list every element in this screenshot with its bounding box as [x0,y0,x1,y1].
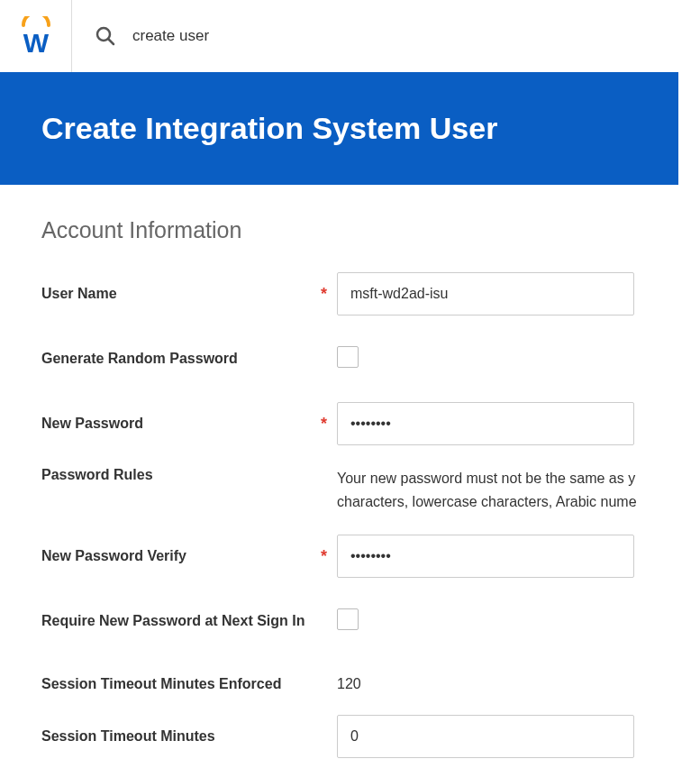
row-new-password-verify: New Password Verify * [41,533,700,580]
required-mark: * [321,415,337,434]
form-content: Account Information User Name * Generate… [0,185,700,759]
label-timeout-enforced: Session Timeout Minutes Enforced [41,676,321,692]
new-password-input[interactable] [337,402,634,445]
label-generate-random-password: Generate Random Password [41,351,321,367]
timeout-minutes-input[interactable] [337,715,634,758]
svg-line-2 [108,39,114,44]
row-timeout-minutes: Session Timeout Minutes [41,713,700,759]
search-area[interactable]: create user [72,25,209,47]
label-new-password: New Password [41,416,321,432]
search-icon [95,25,116,47]
page-banner: Create Integration System User [0,72,678,185]
label-password-rules: Password Rules [41,467,321,483]
label-user-name: User Name [41,286,321,302]
label-require-new-password: Require New Password at Next Sign In [41,613,321,629]
top-bar: W create user [0,0,700,72]
timeout-enforced-value: 120 [337,676,361,691]
password-rules-text-line1: Your new password must not be the same a… [337,467,679,490]
password-rules-text-line2: characters, lowercase characters, Arabic… [337,490,679,514]
label-timeout-minutes: Session Timeout Minutes [41,728,321,745]
new-password-verify-input[interactable] [337,535,634,578]
generate-random-password-checkbox[interactable] [337,346,359,368]
required-mark: * [321,285,337,304]
row-timeout-enforced: Session Timeout Minutes Enforced 120 [41,663,700,706]
row-new-password: New Password * [41,400,700,447]
required-mark: * [321,547,337,566]
label-new-password-verify: New Password Verify [41,548,321,564]
require-new-password-checkbox[interactable] [337,608,359,630]
row-require-new-password: Require New Password at Next Sign In [41,599,700,643]
row-password-rules: Password Rules Your new password must no… [41,467,700,513]
row-generate-random-password: Generate Random Password [41,337,700,380]
search-text: create user [132,27,209,45]
page-title: Create Integration System User [41,111,497,146]
workday-logo-icon: W [20,16,52,56]
section-title: Account Information [41,217,700,243]
user-name-input[interactable] [337,272,634,315]
svg-text:W: W [23,28,49,56]
workday-logo[interactable]: W [0,0,72,72]
row-user-name: User Name * [41,270,700,317]
